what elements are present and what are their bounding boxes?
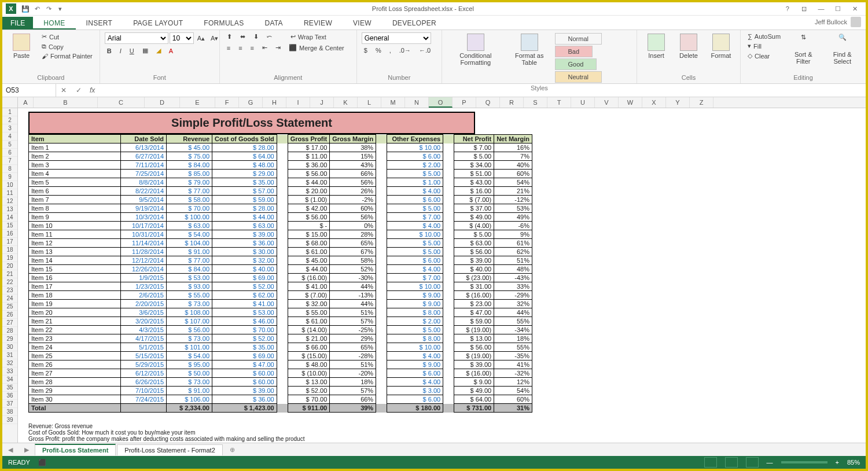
indent-inc-button[interactable]: ⇥	[273, 43, 283, 52]
format-cells-button[interactable]: Format	[707, 32, 735, 60]
row-header[interactable]: 11	[2, 189, 17, 197]
zoom-out-button[interactable]: —	[767, 459, 773, 466]
table-row[interactable]: Item 26/27/2014$ 75.00$ 64.00$ 11.0015%$…	[29, 152, 532, 161]
format-painter-button[interactable]: 🖌Format Painter	[39, 52, 95, 60]
row-header[interactable]: 4	[2, 133, 17, 141]
zoom-level[interactable]: 85%	[847, 459, 860, 466]
col-header-J[interactable]: J	[310, 97, 334, 108]
orientation-button[interactable]: ⤺	[264, 32, 274, 41]
add-sheet-button[interactable]: ⊕	[224, 446, 241, 454]
row-header[interactable]: 37	[2, 400, 17, 408]
style-good[interactable]: Good	[555, 58, 597, 70]
view-normal-button[interactable]	[704, 457, 717, 468]
row-header[interactable]: 24	[2, 295, 17, 303]
table-row[interactable]: Item 161/9/2015$ 53.00$ 69.00$ (16.00)-3…	[29, 274, 532, 282]
zoom-slider[interactable]	[781, 461, 827, 463]
insert-cells-button[interactable]: Insert	[642, 32, 671, 60]
row-header[interactable]: 5	[2, 141, 17, 149]
table-row[interactable]: Item 307/24/2015$ 106.00$ 36.00$ 70.0066…	[29, 395, 532, 404]
row-header[interactable]: 33	[2, 367, 17, 376]
view-pagebreak-button[interactable]	[746, 457, 759, 468]
zoom-in-button[interactable]: +	[836, 459, 839, 466]
table-row[interactable]: Item 79/5/2014$ 58.00$ 59.00$ (1.00)-2%$…	[29, 196, 532, 204]
col-header-P[interactable]: P	[453, 97, 476, 108]
row-header[interactable]: 14	[2, 214, 17, 222]
row-header[interactable]: 26	[2, 311, 17, 319]
tab-review[interactable]: REVIEW	[293, 17, 343, 30]
undo-icon[interactable]: ↶	[31, 5, 43, 13]
row-header[interactable]: 3	[2, 124, 17, 133]
wrap-text-button[interactable]: ↩ Wrap Text	[288, 32, 329, 41]
worksheet-grid[interactable]: 1234567891011121314151617181920212223242…	[2, 108, 866, 443]
fill-button[interactable]: ▾Fill	[745, 42, 783, 50]
sheet-nav-prev-icon[interactable]: ◀	[2, 446, 19, 454]
comma-button[interactable]: ,	[387, 46, 393, 54]
col-header-L[interactable]: L	[358, 97, 381, 108]
row-header[interactable]: 36	[2, 392, 17, 400]
row-header[interactable]: 35	[2, 384, 17, 392]
row-header[interactable]: 8	[2, 165, 17, 173]
underline-button[interactable]: U	[127, 46, 137, 55]
col-header-A[interactable]: A	[18, 97, 34, 108]
cut-button[interactable]: ✂Cut	[39, 32, 95, 41]
maximize-icon[interactable]: ☐	[830, 5, 845, 13]
col-header-M[interactable]: M	[381, 97, 405, 108]
col-header-W[interactable]: W	[619, 97, 642, 108]
col-header-T[interactable]: T	[547, 97, 571, 108]
align-left-button[interactable]: ≡	[225, 43, 233, 52]
row-header[interactable]: 9	[2, 173, 17, 181]
align-bottom-button[interactable]: ⬇	[251, 32, 261, 41]
row-header[interactable]: 23	[2, 286, 17, 295]
style-bad[interactable]: Bad	[555, 46, 593, 57]
row-header[interactable]: 1	[2, 108, 17, 116]
col-header-N[interactable]: N	[405, 97, 429, 108]
accounting-button[interactable]: $	[362, 46, 370, 54]
enter-formula-icon[interactable]: ✓	[71, 86, 86, 94]
tab-formulas[interactable]: FORMULAS	[193, 17, 254, 30]
table-row[interactable]: Item 1512/26/2014$ 84.00$ 40.00$ 44.0052…	[29, 265, 532, 274]
table-row[interactable]: Item 47/25/2014$ 85.00$ 29.00$ 56.0066%$…	[29, 170, 532, 178]
percent-button[interactable]: %	[373, 46, 384, 54]
tab-pagelayout[interactable]: PAGE LAYOUT	[123, 17, 193, 30]
view-pagelayout-button[interactable]	[725, 457, 738, 468]
font-size-select[interactable]: 10	[170, 32, 194, 44]
table-row[interactable]: Item 297/10/2015$ 91.00$ 39.00$ 52.0057%…	[29, 387, 532, 395]
row-header[interactable]: 38	[2, 408, 17, 416]
qat-more-icon[interactable]: ▾	[54, 5, 66, 13]
table-row[interactable]: Item 1211/14/2014$ 104.00$ 36.00$ 68.006…	[29, 239, 532, 248]
sort-filter-button[interactable]: ⇅Sort & Filter	[786, 32, 820, 66]
col-header-U[interactable]: U	[571, 97, 595, 108]
row-header[interactable]: 29	[2, 335, 17, 343]
col-header-Q[interactable]: Q	[476, 97, 500, 108]
merge-center-button[interactable]: ⬛ Merge & Center	[286, 43, 347, 52]
align-top-button[interactable]: ⬆	[225, 32, 234, 41]
close-icon[interactable]: ✕	[847, 5, 862, 13]
ribbon-help-icon[interactable]: ?	[780, 5, 795, 12]
number-format-select[interactable]: General	[362, 32, 431, 44]
row-header[interactable]: 30	[2, 343, 17, 351]
align-right-button[interactable]: ≡	[248, 43, 256, 52]
row-header[interactable]: 28	[2, 327, 17, 335]
table-row[interactable]: Item 68/22/2014$ 77.00$ 57.00$ 20.0026%$…	[29, 187, 532, 196]
row-header[interactable]: 7	[2, 157, 17, 165]
table-row[interactable]: Item 16/13/2014$ 45.00$ 28.00$ 17.0038%$…	[29, 143, 532, 152]
table-row[interactable]: Item 910/3/2014$ 100.00$ 44.00$ 56.0056%…	[29, 213, 532, 222]
bold-button[interactable]: B	[105, 46, 114, 55]
row-header[interactable]: 27	[2, 319, 17, 327]
minimize-icon[interactable]: —	[814, 5, 829, 12]
row-header[interactable]: 10	[2, 181, 17, 189]
sheet-tab-1[interactable]: Profit-Loss Statement	[35, 444, 116, 455]
row-header[interactable]: 2	[2, 116, 17, 124]
redo-icon[interactable]: ↷	[43, 5, 54, 13]
table-row[interactable]: Item 286/26/2015$ 73.00$ 60.00$ 13.0018%…	[29, 378, 532, 387]
tab-insert[interactable]: INSERT	[76, 17, 123, 30]
table-row[interactable]: Item 192/20/2015$ 73.00$ 41.00$ 32.0044%…	[29, 300, 532, 308]
macro-record-icon[interactable]: ⬛	[38, 459, 46, 466]
row-header[interactable]: 6	[2, 149, 17, 157]
align-middle-button[interactable]: ⬌	[238, 32, 248, 41]
indent-dec-button[interactable]: ⇤	[260, 43, 270, 52]
table-row[interactable]: Item 89/19/2014$ 70.00$ 28.00$ 42.0060%$…	[29, 204, 532, 213]
format-as-table-button[interactable]: Format as Table	[508, 32, 551, 67]
row-header[interactable]: 21	[2, 270, 17, 278]
sheet-nav-next-icon[interactable]: ▶	[19, 446, 35, 454]
